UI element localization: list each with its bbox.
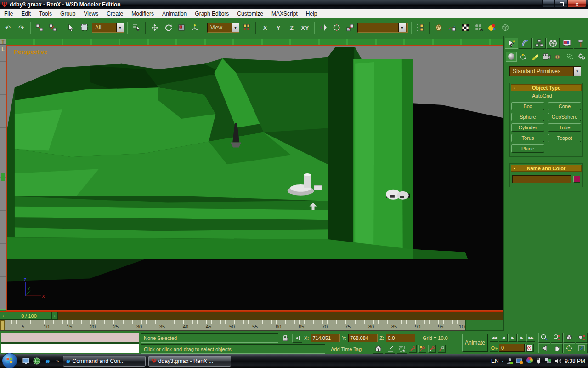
- chevron-down-icon[interactable]: ▼: [398, 23, 406, 32]
- maximize-button[interactable]: [555, 0, 568, 8]
- select-object-icon[interactable]: [65, 22, 77, 34]
- listener-script-field[interactable]: [1, 343, 139, 353]
- tube-button[interactable]: Tube: [548, 123, 581, 132]
- material-editor-icon[interactable]: [459, 22, 471, 34]
- render-icon[interactable]: [499, 22, 511, 34]
- snap-key-4-icon[interactable]: [438, 345, 446, 353]
- layer-manager-icon[interactable]: [433, 22, 445, 34]
- menu-file[interactable]: File: [0, 10, 17, 18]
- restrict-z-button[interactable]: Z: [286, 22, 298, 34]
- go-to-end-icon[interactable]: ▶▶: [526, 334, 535, 342]
- perspective-viewport[interactable]: Perspective: [6, 45, 503, 311]
- align-objects-icon[interactable]: [414, 22, 426, 34]
- quick-launch-ie-icon[interactable]: e: [43, 356, 52, 366]
- quick-launch-overflow-chevron[interactable]: »: [56, 358, 59, 364]
- go-to-start-icon[interactable]: ◀◀: [490, 334, 498, 342]
- undo-icon[interactable]: ↶: [2, 22, 14, 34]
- previous-frame-icon[interactable]: ◀: [499, 334, 508, 342]
- select-and-scale-icon[interactable]: [175, 22, 187, 34]
- menu-edit[interactable]: Edit: [17, 10, 35, 18]
- pan-hand-icon[interactable]: [551, 343, 563, 353]
- zoom-all-icon[interactable]: [551, 333, 563, 343]
- curve-editor-icon[interactable]: [446, 22, 458, 34]
- menu-modifiers[interactable]: Modifiers: [127, 10, 158, 18]
- tab-utilities[interactable]: [574, 38, 587, 49]
- restrict-x-button[interactable]: X: [259, 22, 271, 34]
- autogrid-checkbox[interactable]: [555, 93, 560, 98]
- category-shapes[interactable]: [518, 52, 529, 62]
- geosphere-button[interactable]: GeoSphere: [548, 113, 581, 121]
- object-name-field[interactable]: [512, 175, 571, 183]
- tab-modify[interactable]: [519, 38, 532, 49]
- title-bar[interactable]: Ψ dday3.gmax - RenX - W3D Modeler Editio…: [0, 0, 588, 9]
- use-pivot-center-icon[interactable]: [241, 22, 253, 34]
- material-id-icon[interactable]: ID: [473, 22, 485, 34]
- chevron-down-icon[interactable]: ▼: [573, 67, 581, 76]
- plane-button[interactable]: Plane: [511, 144, 544, 153]
- menu-group[interactable]: Group: [56, 10, 79, 18]
- cylinder-button[interactable]: Cylinder: [511, 123, 544, 132]
- z-coord-field[interactable]: [386, 334, 415, 342]
- redo-icon[interactable]: ↷: [15, 22, 27, 34]
- cone-button[interactable]: Cone: [548, 102, 581, 110]
- zoom-extents-icon[interactable]: [563, 333, 575, 343]
- field-of-view-icon[interactable]: [538, 343, 550, 353]
- viewport-label[interactable]: Perspective: [14, 48, 47, 55]
- play-animation-icon[interactable]: ▶: [508, 334, 517, 342]
- tab-motion[interactable]: [546, 38, 560, 49]
- close-button[interactable]: ×: [568, 0, 586, 8]
- category-geometry[interactable]: [506, 52, 517, 62]
- torus-button[interactable]: Torus: [511, 134, 544, 142]
- arc-rotate-icon[interactable]: [563, 343, 575, 353]
- time-slider[interactable]: 0 / 100: [6, 312, 52, 320]
- render-effects-icon[interactable]: [486, 22, 498, 34]
- selection-filter-dropdown[interactable]: All ▼: [92, 23, 124, 33]
- chevron-down-icon[interactable]: ▼: [232, 23, 239, 32]
- collapsed-tab-panel[interactable]: [6, 39, 503, 45]
- object-color-swatch[interactable]: [573, 176, 580, 183]
- menu-customize[interactable]: Customize: [233, 10, 267, 18]
- taskbar-clock[interactable]: 9:38 PM: [565, 358, 585, 364]
- add-time-tag[interactable]: Add Time Tag: [331, 346, 371, 352]
- chevron-down-icon[interactable]: ▼: [116, 23, 124, 32]
- select-and-move-icon[interactable]: [149, 22, 161, 34]
- snap-key-2-icon[interactable]: [418, 345, 426, 353]
- language-indicator[interactable]: EN: [491, 358, 499, 364]
- restrict-y-button[interactable]: Y: [272, 22, 284, 34]
- next-frame-arrow[interactable]: ›: [52, 312, 58, 320]
- minimize-button[interactable]: –: [542, 0, 555, 8]
- snap-key-3-icon[interactable]: [428, 345, 436, 353]
- menu-tools[interactable]: Tools: [35, 10, 56, 18]
- sphere-button[interactable]: Sphere: [511, 113, 544, 121]
- taskbar-task-dday3-gmax[interactable]: Ψ dday3.gmax - RenX ...: [148, 356, 231, 367]
- select-and-link-icon[interactable]: [34, 22, 45, 34]
- tray-volume-icon[interactable]: [555, 358, 561, 364]
- quick-launch-desktop-icon[interactable]: [21, 356, 30, 366]
- next-frame-icon[interactable]: ▶: [517, 334, 526, 342]
- object-type-header[interactable]: - Object Type: [511, 84, 582, 91]
- vertical-strip-thumb[interactable]: [1, 173, 5, 181]
- tab-display[interactable]: [560, 38, 573, 49]
- tray-display-icon[interactable]: [516, 358, 523, 364]
- category-space-warps[interactable]: [565, 52, 576, 62]
- select-and-manipulate-icon[interactable]: [189, 22, 201, 34]
- tab-panel-handle[interactable]: T: [0, 39, 6, 45]
- category-cameras[interactable]: [541, 52, 552, 62]
- vertical-toolbar-strip[interactable]: L: [0, 45, 6, 309]
- viewport-scene[interactable]: z y x: [7, 46, 503, 310]
- tray-power-icon[interactable]: [536, 358, 542, 364]
- quick-launch-globe-icon[interactable]: [32, 356, 41, 366]
- listener-macro-field[interactable]: [1, 333, 139, 343]
- menu-views[interactable]: Views: [79, 10, 102, 18]
- unlink-selection-icon[interactable]: [47, 22, 59, 34]
- name-color-header[interactable]: - Name and Color: [511, 165, 582, 172]
- category-systems[interactable]: [576, 52, 587, 62]
- menu-graph-editors[interactable]: Graph Editors: [191, 10, 233, 18]
- tray-messenger-icon[interactable]: [507, 358, 513, 364]
- align-icon[interactable]: [344, 22, 356, 34]
- animate-button[interactable]: Animate: [462, 334, 488, 352]
- tray-color-app-icon[interactable]: [526, 357, 533, 365]
- menu-help[interactable]: Help: [302, 10, 322, 18]
- taskbar-task-command-and-conquer[interactable]: e Command and Con...: [63, 356, 146, 367]
- tab-create[interactable]: [505, 38, 518, 49]
